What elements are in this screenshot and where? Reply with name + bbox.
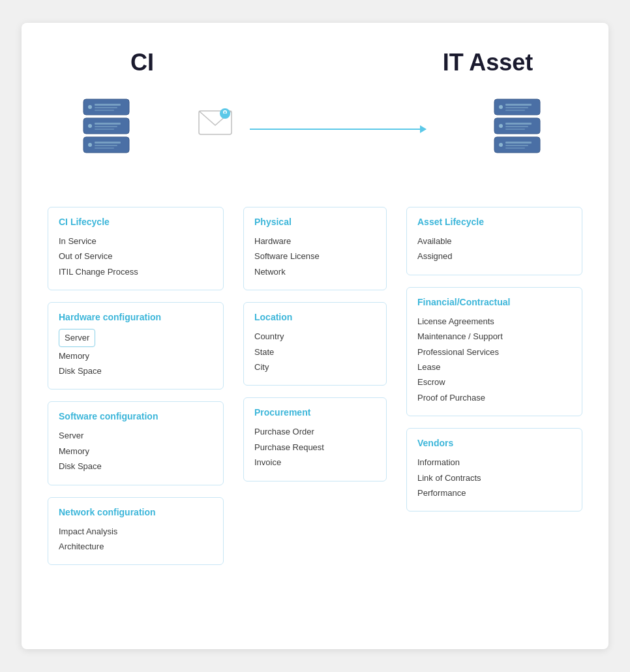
procurement-item-1: Purchase Order: [254, 424, 376, 439]
software-config-item-3: Disk Space: [59, 459, 213, 474]
financial-item-3: Professional Services: [417, 344, 571, 359]
physical-item-2: Software License: [254, 249, 376, 264]
network-config-item-2: Architecture: [59, 539, 213, 554]
svg-rect-8: [95, 126, 117, 127]
procurement-item-3: Invoice: [254, 455, 376, 470]
svg-rect-2: [95, 104, 121, 106]
financial-item-1: License Agreements: [417, 314, 571, 329]
svg-point-20: [499, 105, 503, 109]
hardware-config-title: Hardware configuration: [59, 312, 213, 322]
location-item-1: Country: [254, 329, 376, 344]
software-config-card: Software configuration Server Memory Dis…: [48, 401, 224, 485]
ci-lifecycle-item-1: In Service: [59, 234, 213, 249]
server-highlighted: Server: [59, 329, 95, 346]
financial-item-2: Maintenance / Support: [417, 329, 571, 344]
financial-item-5: Escrow: [417, 374, 571, 389]
asset-lifecycle-title: Asset Lifecycle: [417, 217, 571, 227]
financial-item-6: Proof of Purchase: [417, 390, 571, 405]
svg-rect-21: [505, 104, 532, 106]
middle-column: Physical Hardware Software License Netwo…: [243, 207, 387, 565]
svg-rect-14: [95, 147, 114, 149]
ci-lifecycle-item-3: ITIL Change Process: [59, 264, 213, 279]
asset-lifecycle-item-1: Available: [417, 234, 571, 249]
hardware-config-item-1: Server: [59, 329, 213, 348]
ci-header: CI: [48, 49, 237, 76]
main-content: CI Lifecycle In Service Out of Service I…: [48, 207, 582, 565]
svg-rect-13: [95, 145, 117, 146]
hardware-config-item-3: Disk Space: [59, 363, 213, 378]
svg-point-1: [88, 105, 92, 109]
svg-rect-3: [95, 107, 117, 108]
financial-item-4: Lease: [417, 359, 571, 374]
asset-lifecycle-card: Asset Lifecycle Available Assigned: [406, 207, 582, 275]
ci-lifecycle-item-2: Out of Service: [59, 249, 213, 264]
svg-rect-22: [505, 107, 528, 108]
hardware-config-card: Hardware configuration Server Memory Dis…: [48, 302, 224, 389]
middle-spacer: [237, 49, 393, 76]
svg-point-6: [88, 124, 92, 128]
svg-rect-7: [95, 123, 121, 125]
svg-rect-26: [505, 123, 532, 125]
procurement-item-2: Purchase Request: [254, 440, 376, 455]
svg-point-25: [499, 124, 503, 128]
procurement-title: Procurement: [254, 407, 376, 418]
it-asset-header: IT Asset: [393, 49, 582, 76]
svg-rect-31: [505, 142, 532, 144]
financial-card: Financial/Contractual License Agreements…: [406, 287, 582, 416]
vendors-title: Vendors: [417, 438, 571, 448]
vendors-item-3: Performance: [417, 485, 571, 500]
left-column: CI Lifecycle In Service Out of Service I…: [48, 207, 224, 565]
page-card: CI IT Asset: [22, 23, 608, 649]
diagram-area: [48, 83, 582, 187]
vendors-item-1: Information: [417, 455, 571, 470]
asset-lifecycle-item-2: Assigned: [417, 249, 571, 264]
arrow-connector: [250, 129, 426, 130]
software-config-item-1: Server: [59, 428, 213, 443]
physical-card: Physical Hardware Software License Netwo…: [243, 207, 387, 290]
svg-point-18: [224, 112, 226, 114]
network-config-card: Network configuration Impact Analysis Ar…: [48, 497, 224, 566]
hardware-config-item-2: Memory: [59, 348, 213, 363]
location-item-2: State: [254, 344, 376, 359]
ci-lifecycle-title: CI Lifecycle: [59, 217, 213, 227]
column-headers: CI IT Asset: [48, 49, 582, 76]
svg-rect-12: [95, 142, 121, 144]
svg-rect-33: [505, 147, 525, 149]
network-config-item-1: Impact Analysis: [59, 524, 213, 539]
vendors-item-2: Link of Contracts: [417, 470, 571, 485]
location-item-3: City: [254, 359, 376, 374]
physical-title: Physical: [254, 217, 376, 227]
server-icon-left: [80, 96, 132, 161]
vendors-card: Vendors Information Link of Contracts Pe…: [406, 428, 582, 512]
email-icon: [198, 106, 237, 138]
svg-point-30: [499, 143, 503, 147]
svg-rect-9: [95, 129, 114, 130]
financial-title: Financial/Contractual: [417, 297, 571, 307]
physical-item-3: Network: [254, 264, 376, 279]
svg-rect-4: [95, 110, 114, 111]
svg-point-11: [88, 143, 92, 147]
network-config-title: Network configuration: [59, 507, 213, 517]
server-icon-right: [491, 96, 543, 161]
svg-rect-28: [505, 129, 525, 130]
ci-lifecycle-card: CI Lifecycle In Service Out of Service I…: [48, 207, 224, 290]
right-column: Asset Lifecycle Available Assigned Finan…: [406, 207, 582, 565]
svg-rect-27: [505, 126, 528, 127]
location-title: Location: [254, 312, 376, 322]
software-config-title: Software configuration: [59, 411, 213, 421]
svg-rect-23: [505, 110, 525, 111]
location-card: Location Country State City: [243, 302, 387, 386]
svg-rect-32: [505, 145, 528, 146]
procurement-card: Procurement Purchase Order Purchase Requ…: [243, 397, 387, 481]
physical-item-1: Hardware: [254, 234, 376, 249]
software-config-item-2: Memory: [59, 444, 213, 459]
